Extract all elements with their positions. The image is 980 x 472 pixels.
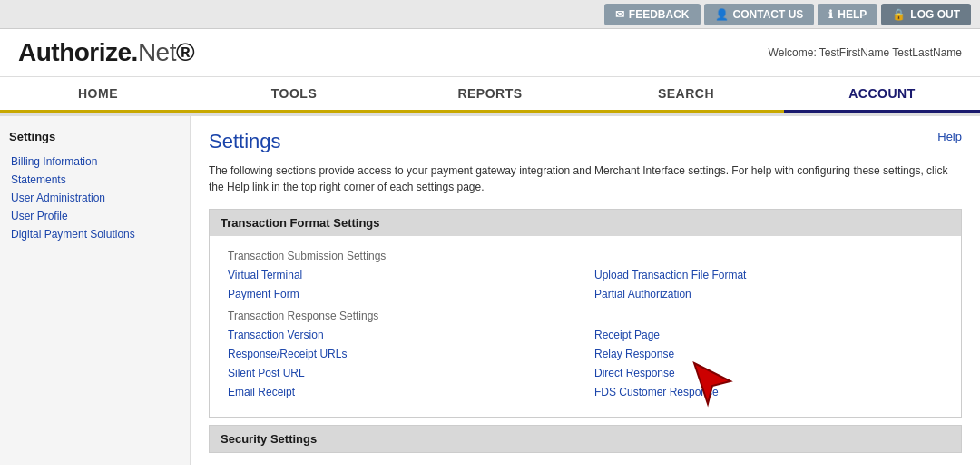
logo: Authorize.Net®: [18, 38, 194, 67]
sidebar-item-user-profile[interactable]: User Profile: [11, 207, 181, 225]
main-nav: HOME TOOLS REPORTS SEARCH ACCOUNT: [0, 77, 980, 116]
receipt-page-link[interactable]: Receipt Page: [594, 327, 943, 343]
nav-tools[interactable]: TOOLS: [196, 77, 392, 113]
logout-label: LOG OUT: [910, 8, 960, 21]
help-link[interactable]: Help: [937, 130, 962, 143]
silent-post-url-link[interactable]: Silent Post URL: [228, 365, 576, 381]
upload-transaction-link[interactable]: Upload Transaction File Format: [594, 267, 943, 283]
top-bar: ✉ FEEDBACK 👤 CONTACT US ℹ HELP 🔒 LOG OUT: [0, 0, 980, 29]
content-wrapper: Settings Billing Information Statements …: [0, 116, 980, 465]
nav-home[interactable]: HOME: [0, 77, 196, 113]
transaction-version-link[interactable]: Transaction Version: [228, 327, 576, 343]
main-content: Settings Help The following sections pro…: [191, 116, 980, 465]
sidebar-item-user-admin[interactable]: User Administration: [11, 189, 181, 207]
security-section: Security Settings: [209, 425, 962, 453]
help-label: HELP: [838, 8, 867, 21]
sidebar-item-digital-payment[interactable]: Digital Payment Solutions: [11, 225, 181, 243]
submission-settings-grid: Virtual Terminal Upload Transaction File…: [223, 267, 947, 302]
security-header: Security Settings: [210, 426, 961, 452]
contact-icon: 👤: [715, 8, 729, 21]
relay-response-link[interactable]: Relay Response: [594, 346, 943, 362]
nav-search[interactable]: SEARCH: [588, 77, 784, 113]
description: The following sections provide access to…: [209, 162, 962, 195]
virtual-terminal-link[interactable]: Virtual Terminal: [228, 267, 576, 283]
sidebar: Settings Billing Information Statements …: [0, 116, 191, 465]
transaction-format-header: Transaction Format Settings: [210, 210, 961, 236]
response-settings-grid: Transaction Version Receipt Page Respons…: [223, 327, 947, 400]
sidebar-item-statements[interactable]: Statements: [11, 171, 181, 189]
feedback-button[interactable]: ✉ FEEDBACK: [604, 4, 701, 25]
page-header: Settings Help: [209, 130, 962, 153]
page-title: Settings: [209, 130, 281, 153]
submission-subsection-label: Transaction Submission Settings: [223, 250, 947, 262]
transaction-format-body: Transaction Submission Settings Virtual …: [210, 236, 961, 417]
help-button[interactable]: ℹ HELP: [818, 4, 877, 25]
contact-button[interactable]: 👤 CONTACT US: [704, 4, 815, 25]
payment-form-link[interactable]: Payment Form: [228, 286, 576, 302]
direct-response-link[interactable]: Direct Response: [594, 365, 943, 381]
header: Authorize.Net® Welcome: TestFirstName Te…: [0, 29, 980, 77]
logout-icon: 🔒: [892, 8, 906, 21]
welcome-text: Welcome: TestFirstName TestLastName: [769, 46, 962, 59]
contact-label: CONTACT US: [733, 8, 804, 21]
partial-authorization-link[interactable]: Partial Authorization: [594, 286, 943, 302]
sidebar-item-billing[interactable]: Billing Information: [11, 152, 181, 171]
feedback-icon: ✉: [615, 8, 624, 21]
response-receipt-urls-link[interactable]: Response/Receipt URLs: [228, 346, 576, 362]
feedback-label: FEEDBACK: [629, 8, 690, 21]
fds-customer-response-link[interactable]: FDS Customer Response: [594, 384, 943, 400]
logout-button[interactable]: 🔒 LOG OUT: [881, 4, 971, 25]
email-receipt-link[interactable]: Email Receipt: [228, 384, 576, 400]
nav-account[interactable]: ACCOUNT: [784, 77, 980, 113]
response-subsection-label: Transaction Response Settings: [223, 310, 947, 322]
help-icon: ℹ: [828, 8, 833, 21]
sidebar-title: Settings: [9, 130, 181, 143]
transaction-format-section: Transaction Format Settings Transaction …: [209, 209, 962, 418]
nav-reports[interactable]: REPORTS: [392, 77, 588, 113]
